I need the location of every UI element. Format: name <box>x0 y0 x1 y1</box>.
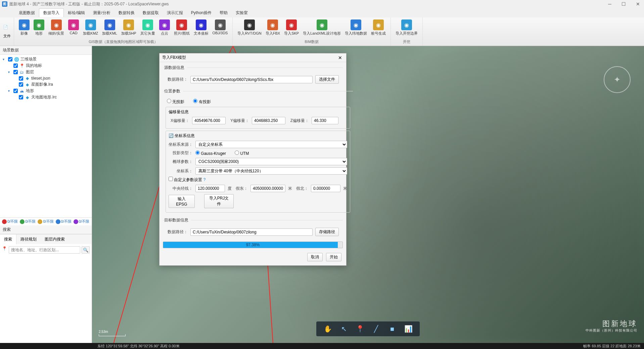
titlebar: 图 图新地球 4 - 国产三维数字地球 - 工程版 - 截止日期：2025-05… <box>0 0 644 8</box>
crs-source-select[interactable]: 自定义坐标系 <box>195 141 347 148</box>
position-section-label: 位置参数 <box>164 88 183 94</box>
tree-item-2[interactable]: ▾🗂图层 <box>0 69 92 75</box>
ribbon-label: OBJ/3DS <box>213 31 228 35</box>
search-tab-2[interactable]: 图层内搜索 <box>41 234 69 244</box>
ribbon-label: 文本坐标 <box>194 31 209 36</box>
viewport-tool-2[interactable]: 📍 <box>355 324 365 334</box>
tree-item-0[interactable]: ▾🌐三维场景 <box>0 56 92 62</box>
source-path-input[interactable] <box>190 76 313 83</box>
save-path-button[interactable]: 存储路径 <box>315 228 339 236</box>
gauss-kruger-radio[interactable]: Gauss-Kruger <box>195 150 226 156</box>
ribbon-0-0[interactable]: ◉影像 <box>17 19 32 37</box>
start-button[interactable]: 开始 <box>326 253 341 261</box>
ribbon-icon: ◉ <box>85 19 96 30</box>
x-offset-input[interactable] <box>192 117 226 124</box>
custom-params-checkbox[interactable]: 自定义参数设置 ? <box>169 177 205 183</box>
target-path-input[interactable] <box>190 228 313 236</box>
choose-file-button[interactable]: 选择文件 <box>315 75 339 84</box>
utm-radio[interactable]: UTM <box>235 150 249 156</box>
viewport-tool-3[interactable]: ╱ <box>371 324 381 334</box>
ribbon-0-2[interactable]: ◉倾斜/实景 <box>46 19 66 37</box>
menu-tab-9[interactable]: 实验室 <box>232 9 252 17</box>
scale-bar: 2.53m <box>99 330 126 336</box>
input-epsg-button[interactable]: 输入EPSG <box>169 195 195 208</box>
search-tab-0[interactable]: 搜索 <box>0 234 16 244</box>
ribbon-0-3[interactable]: ◉CAD <box>66 19 81 36</box>
menu-tab-3[interactable]: 测量/分析 <box>89 9 114 17</box>
menu-tab-1[interactable]: 数据导入 <box>39 8 64 17</box>
menu-tab-6[interactable]: 演示汇报 <box>163 9 187 17</box>
tree-item-6[interactable]: ◆天地图地形.lrc <box>0 94 92 100</box>
tree-item-4[interactable]: ◆星图影像.lra <box>0 81 92 88</box>
ribbon-1-1[interactable]: ◉导入FBX <box>264 19 282 37</box>
ribbon-0-9[interactable]: ◉照片/图纸 <box>172 19 192 37</box>
central-meridian-label: 中央经线： <box>169 186 193 191</box>
import-prj-button[interactable]: 导入PRJ文件 <box>204 194 234 208</box>
false-east-input[interactable] <box>250 185 285 192</box>
ribbon-1-3[interactable]: ◉导入LandXML设计地形 <box>301 19 343 37</box>
ribbon-0-4[interactable]: ◉加载KMZ <box>81 19 100 37</box>
ellipsoid-select[interactable]: CGCS2000(国家2000) <box>195 158 347 165</box>
search-panel-title: 搜索 <box>0 225 92 234</box>
crs-select[interactable]: 高斯三度分带 40带（中央经线120） <box>195 167 347 175</box>
y-offset-input[interactable] <box>252 117 285 124</box>
ribbon-0-6[interactable]: ◉加载SHP <box>119 19 138 37</box>
crs-source-label: 坐标系来源： <box>169 142 193 147</box>
ribbon-file-section[interactable]: 📄 文件 <box>0 17 14 46</box>
ribbon-0-10[interactable]: ◉文本坐标 <box>192 19 211 37</box>
file-label: 文件 <box>3 34 11 39</box>
search-button[interactable]: 🔍 <box>82 246 90 254</box>
ribbon-0-5[interactable]: ◉加载KML <box>100 19 119 37</box>
ribbon-0-7[interactable]: ◉其它矢量 <box>138 19 157 37</box>
ribbon-0-11[interactable]: ◉OBJ/3DS <box>211 19 230 36</box>
close-window-button[interactable]: ✕ <box>634 1 642 7</box>
false-north-input[interactable] <box>311 185 340 192</box>
minimize-button[interactable]: ─ <box>606 1 613 7</box>
ribbon-icon: ◉ <box>267 19 278 30</box>
dialog-close-button[interactable]: ✕ <box>337 55 343 60</box>
status-right: 帧率 69.85 层级 22 距地面 28.23米 <box>583 344 641 349</box>
filter-chip-2[interactable]: 0/不限 <box>38 219 53 224</box>
menu-tab-4[interactable]: 数据转换 <box>114 9 139 17</box>
no-projection-radio[interactable]: 无投影 <box>167 99 184 105</box>
ribbon-1-5[interactable]: ◉桩号生成 <box>369 19 388 37</box>
central-meridian-input[interactable] <box>195 185 225 192</box>
ribbon-label: 加载SHP <box>121 31 136 36</box>
y-offset-label: Y偏移量： <box>228 118 249 124</box>
menu-tab-7[interactable]: Python插件 <box>187 9 216 17</box>
ribbon-icon: ◉ <box>19 19 30 30</box>
filter-chip-1[interactable]: 0/不限 <box>20 219 36 224</box>
tree-item-3[interactable]: ◆tileset.json <box>0 75 92 81</box>
viewport-tool-0[interactable]: ✋ <box>323 324 332 334</box>
ribbon-1-2[interactable]: ◉导入SKP <box>282 19 301 37</box>
ribbon-label: 桩号生成 <box>371 31 386 36</box>
tree-item-1[interactable]: 📍我的地标 <box>0 62 92 69</box>
ribbon-2-0[interactable]: ◉导入开挖边界 <box>394 19 420 37</box>
cancel-button[interactable]: 取消 <box>307 253 323 261</box>
search-tab-1[interactable]: 路径规划 <box>16 234 41 244</box>
maximize-button[interactable]: ☐ <box>619 1 628 7</box>
menu-tab-0[interactable]: 底图数据 <box>15 9 39 17</box>
menu-tab-8[interactable]: 帮助 <box>216 9 232 17</box>
viewport-tool-1[interactable]: ↖ <box>339 324 349 334</box>
ribbon-1-0[interactable]: ◉导入RVT/DGN <box>235 19 263 37</box>
z-offset-input[interactable] <box>312 117 338 124</box>
ribbon-1-4[interactable]: ◉导入纬地数据 <box>343 19 369 37</box>
viewport-tool-5[interactable]: 📊 <box>404 324 413 334</box>
viewport-tool-4[interactable]: ■ <box>387 324 397 334</box>
menu-tab-5[interactable]: 数据提取 <box>139 9 163 17</box>
search-input[interactable] <box>9 246 80 254</box>
filter-chip-3[interactable]: 0/不限 <box>56 219 72 224</box>
has-projection-radio[interactable]: 有投影 <box>193 99 211 105</box>
ribbon-label: 加载KML <box>102 31 117 36</box>
ribbon-group-label: 开挖 <box>391 39 422 46</box>
viewport-toolbar: ✋↖📍╱■📊 <box>316 321 420 336</box>
filter-chip-4[interactable]: 0/不限 <box>74 219 89 224</box>
ribbon-icon: ◉ <box>68 19 79 30</box>
tree-item-5[interactable]: ▾⛰地形 <box>0 88 92 94</box>
menu-tab-2[interactable]: 标绘/编辑 <box>64 9 89 17</box>
filter-chip-0[interactable]: 0/不限 <box>2 219 18 224</box>
ribbon-0-8[interactable]: ◉点云 <box>157 19 172 37</box>
compass-widget[interactable]: ✦ <box>604 66 631 93</box>
ribbon-0-1[interactable]: ◉地形 <box>32 19 46 37</box>
